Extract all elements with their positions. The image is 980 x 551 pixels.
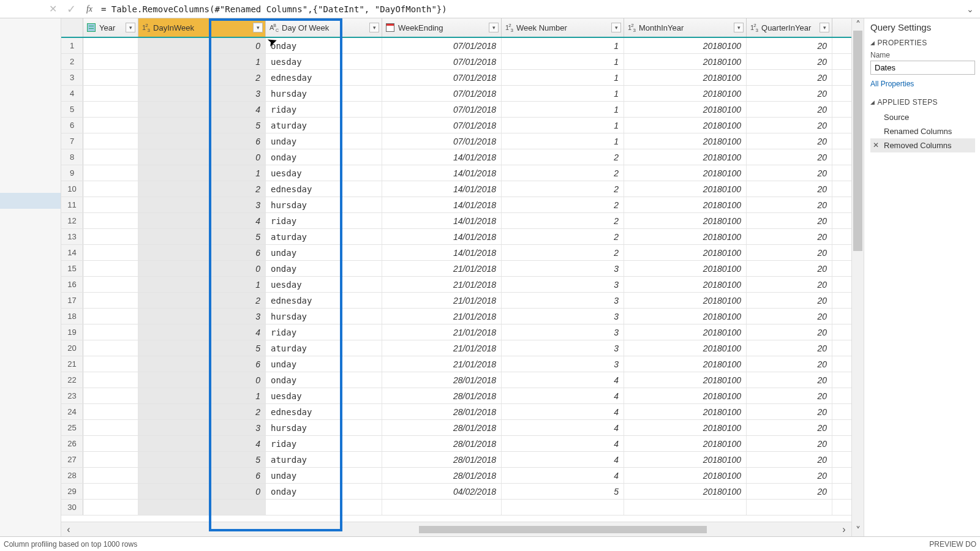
row-number[interactable]: 6 <box>61 118 83 133</box>
cell-dayinweek[interactable]: 5 <box>138 118 266 133</box>
table-row[interactable]: 80onday14/01/201822018010020 <box>61 149 851 165</box>
cell-dayofweek[interactable]: hursday <box>266 309 382 324</box>
cell-monthyear[interactable]: 20180100 <box>624 452 747 467</box>
cell-weekending[interactable]: 07/01/2018 <box>382 118 502 133</box>
cell-weekending[interactable]: 28/01/2018 <box>382 436 502 451</box>
cell-dayofweek[interactable]: hursday <box>266 420 382 435</box>
cell-monthyear[interactable]: 20180100 <box>624 165 747 181</box>
cell-dayofweek[interactable]: unday <box>266 245 382 260</box>
cell-dayinweek[interactable]: 0 <box>138 484 266 499</box>
table-row[interactable]: 76unday07/01/201812018010020 <box>61 133 851 149</box>
cell-weekending[interactable]: 14/01/2018 <box>382 229 502 244</box>
cell-dayofweek[interactable]: ednesday <box>266 293 382 308</box>
cell-monthyear[interactable]: 20180100 <box>624 54 747 69</box>
cell-weekending[interactable]: 07/01/2018 <box>382 54 502 69</box>
table-row[interactable]: 91uesday14/01/201822018010020 <box>61 165 851 181</box>
cell-weeknum[interactable]: 3 <box>502 356 624 372</box>
cell-weekending[interactable]: 14/01/2018 <box>382 181 502 197</box>
row-number[interactable]: 5 <box>61 102 83 117</box>
cell-quarterinyear[interactable]: 20 <box>747 452 832 467</box>
cell-quarterinyear[interactable]: 20 <box>747 324 832 340</box>
row-number[interactable]: 11 <box>61 197 83 212</box>
column-header-qtr[interactable]: 123QuarterInYear▾ <box>747 18 832 37</box>
cell-monthyear[interactable]: 20180100 <box>624 372 747 388</box>
cell-weekending[interactable]: 14/01/2018 <box>382 197 502 212</box>
cell-weeknum[interactable]: 1 <box>502 86 624 101</box>
cell-monthyear[interactable]: 20180100 <box>624 86 747 101</box>
cell-monthyear[interactable]: 20180100 <box>624 277 747 292</box>
cell-year[interactable] <box>83 118 138 133</box>
cell-dayofweek[interactable]: ednesday <box>266 404 382 419</box>
row-number[interactable]: 21 <box>61 356 83 372</box>
cell-year[interactable] <box>83 181 138 197</box>
row-number[interactable]: 3 <box>61 70 83 85</box>
cell-year[interactable] <box>83 468 138 483</box>
cell-dayofweek[interactable]: riday <box>266 324 382 340</box>
cell-year[interactable] <box>83 165 138 181</box>
column-filter-icon[interactable]: ▾ <box>126 23 135 32</box>
cell-monthyear[interactable]: 20180100 <box>624 388 747 403</box>
cell-weeknum[interactable]: 2 <box>502 245 624 260</box>
cell-year[interactable] <box>83 388 138 403</box>
cell-weeknum[interactable]: 4 <box>502 404 624 419</box>
scroll-left-icon[interactable]: ‹ <box>61 524 76 535</box>
cancel-formula-icon[interactable]: ✕ <box>46 3 59 15</box>
cell-dayofweek[interactable]: riday <box>266 213 382 228</box>
cell-monthyear[interactable]: 20180100 <box>624 102 747 117</box>
table-row[interactable]: 205aturday21/01/201832018010020 <box>61 340 851 356</box>
cell-quarterinyear[interactable]: 20 <box>747 293 832 308</box>
cell-weekending[interactable]: 28/01/2018 <box>382 404 502 419</box>
scroll-up-icon[interactable]: ˄ <box>852 18 864 31</box>
cell-quarterinyear[interactable] <box>747 500 832 515</box>
cell-quarterinyear[interactable]: 20 <box>747 118 832 133</box>
cell-dayofweek[interactable]: unday <box>266 356 382 372</box>
row-number[interactable]: 12 <box>61 213 83 228</box>
table-row[interactable]: 231uesday28/01/201842018010020 <box>61 388 851 404</box>
cell-year[interactable] <box>83 38 138 53</box>
cell-weeknum[interactable]: 4 <box>502 388 624 403</box>
cell-quarterinyear[interactable]: 20 <box>747 229 832 244</box>
cell-weekending[interactable]: 28/01/2018 <box>382 452 502 467</box>
cell-dayofweek[interactable]: onday <box>266 261 382 276</box>
cell-weekending[interactable] <box>382 500 502 515</box>
cell-dayofweek[interactable]: unday <box>266 133 382 149</box>
row-number[interactable]: 7 <box>61 133 83 149</box>
cell-weeknum[interactable]: 2 <box>502 229 624 244</box>
cell-quarterinyear[interactable]: 20 <box>747 420 832 435</box>
cell-year[interactable] <box>83 229 138 244</box>
cell-year[interactable] <box>83 293 138 308</box>
column-filter-icon[interactable]: ▾ <box>369 23 379 32</box>
cell-quarterinyear[interactable]: 20 <box>747 468 832 483</box>
row-number[interactable]: 9 <box>61 165 83 181</box>
cell-monthyear[interactable]: 20180100 <box>624 133 747 149</box>
cell-monthyear[interactable]: 20180100 <box>624 38 747 53</box>
scroll-right-icon[interactable]: › <box>837 524 851 535</box>
cell-weeknum[interactable]: 4 <box>502 420 624 435</box>
table-row[interactable]: 135aturday14/01/201822018010020 <box>61 229 851 245</box>
cell-quarterinyear[interactable]: 20 <box>747 165 832 181</box>
row-number[interactable]: 18 <box>61 309 83 324</box>
cell-year[interactable] <box>83 261 138 276</box>
cell-dayofweek[interactable]: hursday <box>266 86 382 101</box>
table-row[interactable]: 146unday14/01/201822018010020 <box>61 245 851 261</box>
cell-weekending[interactable]: 21/01/2018 <box>382 309 502 324</box>
cell-dayofweek[interactable]: unday <box>266 468 382 483</box>
scroll-down-icon[interactable]: ˅ <box>852 524 864 536</box>
cell-quarterinyear[interactable]: 20 <box>747 149 832 165</box>
queries-pane[interactable] <box>0 18 61 536</box>
horizontal-scrollbar[interactable]: ‹ › <box>61 522 851 536</box>
cell-year[interactable] <box>83 372 138 388</box>
cell-dayinweek[interactable]: 5 <box>138 452 266 467</box>
cell-dayinweek[interactable]: 6 <box>138 245 266 260</box>
cell-quarterinyear[interactable]: 20 <box>747 484 832 499</box>
cell-weeknum[interactable]: 4 <box>502 452 624 467</box>
cell-dayinweek[interactable]: 5 <box>138 229 266 244</box>
cell-monthyear[interactable]: 20180100 <box>624 293 747 308</box>
delete-step-icon[interactable]: ✕ <box>873 141 879 149</box>
row-number[interactable]: 13 <box>61 229 83 244</box>
cell-dayinweek[interactable]: 1 <box>138 54 266 69</box>
cell-quarterinyear[interactable]: 20 <box>747 404 832 419</box>
table-row[interactable]: 286unday28/01/201842018010020 <box>61 468 851 484</box>
cell-year[interactable] <box>83 500 138 515</box>
cell-monthyear[interactable]: 20180100 <box>624 404 747 419</box>
